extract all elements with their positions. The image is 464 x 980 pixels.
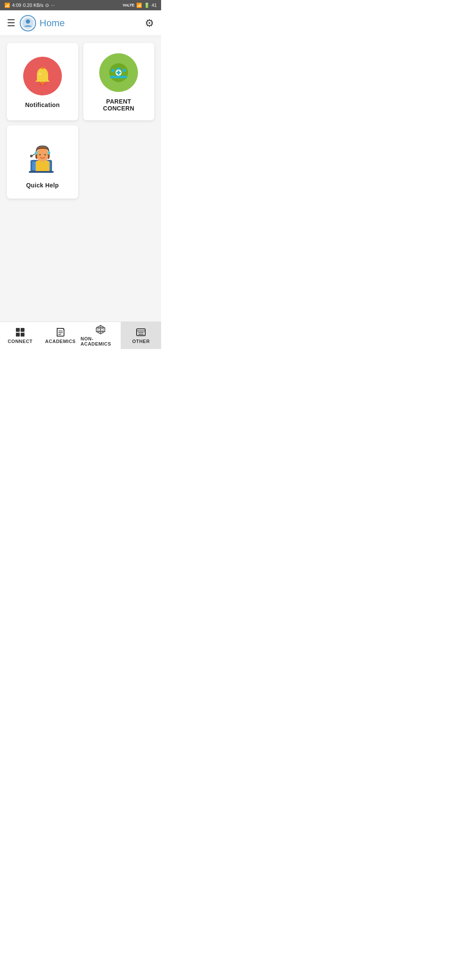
status-bar: 📶 4:09 0.20 KB/s ⊙ ··· VoLTE 📶 🔋 41 <box>0 0 161 10</box>
svg-rect-21 <box>35 151 37 155</box>
volte-icon: VoLTE <box>123 3 134 7</box>
settings-icon[interactable]: ⚙ <box>145 17 154 29</box>
battery-level: 41 <box>152 3 157 8</box>
speed: 0.20 KB/s <box>23 3 43 8</box>
svg-point-23 <box>30 155 33 157</box>
svg-point-3 <box>41 67 44 69</box>
support-icon <box>25 139 60 174</box>
parent-concern-card[interactable]: PARENT CONCERN <box>83 43 155 120</box>
status-left: 📶 4:09 0.20 KB/s ⊙ ··· <box>4 3 55 8</box>
svg-rect-25 <box>21 328 24 332</box>
menu-icon[interactable]: ☰ <box>7 18 15 29</box>
non-academics-label: NON-ACADEMICS <box>81 336 121 346</box>
quick-help-label: Quick Help <box>26 182 59 189</box>
svg-point-6 <box>39 73 41 75</box>
parent-concern-label: PARENT CONCERN <box>90 98 148 112</box>
bell-icon <box>31 64 54 88</box>
status-right: VoLTE 📶 🔋 41 <box>123 3 157 8</box>
nav-other[interactable]: OTHER <box>121 322 161 349</box>
quick-help-icon-wrapper <box>23 137 62 176</box>
nav-connect[interactable]: CONNECT <box>0 322 40 349</box>
svg-rect-17 <box>29 171 54 173</box>
svg-point-19 <box>39 154 41 156</box>
svg-point-18 <box>37 148 49 162</box>
other-label: OTHER <box>132 339 150 344</box>
time: 4:09 <box>12 3 21 8</box>
svg-point-20 <box>44 154 46 156</box>
notification-card[interactable]: Notification <box>7 43 78 120</box>
svg-point-11 <box>122 69 126 72</box>
svg-point-1 <box>26 19 30 24</box>
non-academics-icon <box>95 325 106 335</box>
notification-label: Notification <box>25 101 60 108</box>
svg-point-10 <box>111 69 115 72</box>
svg-rect-24 <box>16 328 20 332</box>
battery-icon: 🔋 <box>144 3 150 8</box>
logo-svg <box>22 17 34 29</box>
academics-label: ACADEMICS <box>45 339 76 344</box>
app-bar: ☰ Home ⚙ <box>0 10 161 36</box>
people-icon <box>107 61 130 84</box>
nav-non-academics[interactable]: NON-ACADEMICS <box>81 322 121 349</box>
nav-academics[interactable]: ACADEMICS <box>40 322 81 349</box>
cards-grid: Notification <box>7 43 154 199</box>
quick-help-card[interactable]: Quick Help <box>7 126 78 199</box>
svg-rect-26 <box>16 333 20 337</box>
connect-label: CONNECT <box>8 339 33 344</box>
parent-concern-icon-wrapper <box>99 53 138 92</box>
academics-icon <box>55 327 66 337</box>
svg-rect-14 <box>116 72 121 74</box>
bottom-nav: CONNECT ACADEMICS NON-ACADEMICS <box>0 322 161 349</box>
notification-icon-wrapper <box>23 57 62 95</box>
signal-icon: 📶 <box>4 3 10 8</box>
main-content: Notification <box>0 36 161 322</box>
dots-icon: ··· <box>51 3 55 8</box>
wifi-icon: 📶 <box>136 3 142 8</box>
svg-rect-27 <box>21 333 24 337</box>
other-icon <box>136 327 146 337</box>
app-logo <box>20 15 36 31</box>
page-title: Home <box>40 18 65 29</box>
connect-icon <box>15 327 25 337</box>
svg-rect-22 <box>48 151 50 155</box>
svg-point-5 <box>41 82 44 85</box>
browser-icon: ⊙ <box>45 3 49 8</box>
logo-area: Home <box>20 15 145 31</box>
